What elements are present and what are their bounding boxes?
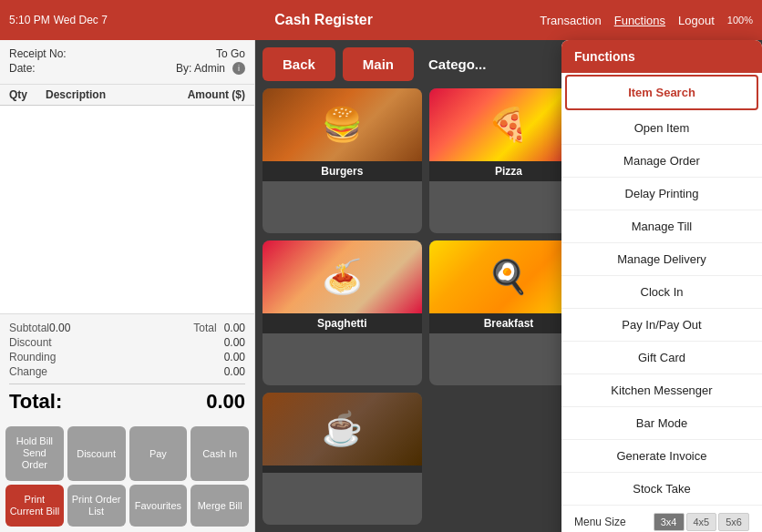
top-nav-right: Transaction Functions Logout 100% xyxy=(540,14,753,27)
back-button[interactable]: Back xyxy=(263,47,335,81)
dropdown-item-bar-mode[interactable]: Bar Mode xyxy=(561,407,762,440)
left-panel: Receipt No: To Go Date: By: Admini Qty D… xyxy=(0,40,255,532)
discount-value: 0.00 xyxy=(224,336,245,349)
to-go-label: To Go xyxy=(216,47,245,60)
dropdown-item-manage-delivery[interactable]: Manage Delivery xyxy=(561,243,762,276)
info-icon: i xyxy=(232,62,245,75)
bottom-row-1: Hold Bill Send Order Discount Pay Cash I… xyxy=(5,426,249,481)
desc-col: Description xyxy=(46,88,106,101)
favourites-button[interactable]: Favourites xyxy=(129,485,188,527)
main-layout: Receipt No: To Go Date: By: Admini Qty D… xyxy=(0,40,762,532)
functions-dropdown: Functions Item Search Open Item Manage O… xyxy=(561,40,762,532)
size-5x6-button[interactable]: 5x6 xyxy=(718,513,749,531)
app-title: Cash Register xyxy=(108,12,540,28)
category-spaghetti[interactable]: 🍝 Spaghetti xyxy=(263,240,422,385)
total-big-label: Total: xyxy=(9,390,62,414)
subtotal-value: 0.00 xyxy=(49,322,70,334)
print-current-bill-button[interactable]: Print Current Bill xyxy=(5,485,64,527)
dropdown-item-delay-printing[interactable]: Delay Printing xyxy=(561,178,762,210)
size-3x4-button[interactable]: 3x4 xyxy=(654,513,685,531)
extra-label xyxy=(263,466,422,473)
dropdown-item-search[interactable]: Item Search xyxy=(565,75,758,110)
time-display: 5:10 PM xyxy=(9,14,50,26)
receipt-info: Receipt No: To Go Date: By: Admini xyxy=(0,40,254,85)
dropdown-item-manage-order[interactable]: Manage Order xyxy=(561,145,762,178)
receipt-items xyxy=(0,106,254,313)
total-big-row: Total: 0.00 xyxy=(9,384,245,414)
dropdown-item-gift-card[interactable]: Gift Card xyxy=(561,342,762,374)
dropdown-item-stock-take[interactable]: Stock Take xyxy=(561,473,762,506)
total-value: 0.00 xyxy=(224,322,245,334)
spaghetti-label: Spaghetti xyxy=(263,313,422,333)
rounding-value: 0.00 xyxy=(224,351,245,363)
receipt-totals: Subtotal 0.00 Total 0.00 Discount 0.00 R… xyxy=(0,313,254,421)
nav-transaction[interactable]: Transaction xyxy=(540,14,601,27)
receipt-header: Qty Description Amount ($) xyxy=(0,85,254,106)
status-bar: 5:10 PM Wed Dec 7 xyxy=(9,14,108,26)
change-label: Change xyxy=(9,365,47,378)
bottom-row-2: Print Current Bill Print Order List Favo… xyxy=(5,485,249,527)
nav-logout[interactable]: Logout xyxy=(678,14,715,27)
extra-image: ☕ xyxy=(263,393,422,466)
menu-size-label: Menu Size xyxy=(574,516,654,528)
dropdown-item-open[interactable]: Open Item xyxy=(561,112,762,145)
left-bottom-buttons: Hold Bill Send Order Discount Pay Cash I… xyxy=(0,421,254,532)
date-display: Wed Dec 7 xyxy=(54,14,108,26)
dropdown-item-pay-in-out[interactable]: Pay In/Pay Out xyxy=(561,309,762,342)
category-burgers[interactable]: 🍔 Burgers xyxy=(263,88,422,233)
size-4x5-button[interactable]: 4x5 xyxy=(686,513,717,531)
burgers-image: 🍔 xyxy=(263,88,422,161)
pay-button[interactable]: Pay xyxy=(129,426,188,481)
discount-label: Discount xyxy=(9,336,52,349)
rounding-label: Rounding xyxy=(9,351,56,363)
nav-functions[interactable]: Functions xyxy=(614,14,665,27)
cash-in-button[interactable]: Cash In xyxy=(190,426,249,481)
category-extra[interactable]: ☕ xyxy=(263,393,422,525)
subtotal-label: Subtotal xyxy=(9,322,49,334)
battery-icon: 100% xyxy=(727,15,753,26)
discount-button[interactable]: Discount xyxy=(67,426,126,481)
print-order-list-button[interactable]: Print Order List xyxy=(67,485,126,527)
dropdown-item-generate-invoice[interactable]: Generate Invoice xyxy=(561,440,762,473)
main-button[interactable]: Main xyxy=(343,47,414,81)
category-label: Catego... xyxy=(428,56,486,72)
hold-bill-button[interactable]: Hold Bill Send Order xyxy=(5,426,64,481)
receipt-no-label: Receipt No: xyxy=(9,47,67,60)
menu-size-group: 3x4 4x5 5x6 xyxy=(654,513,749,531)
dropdown-header: Functions xyxy=(561,40,762,73)
right-panel: Back Main Catego... 🍔 Burgers 🍕 Pizza 🥤 … xyxy=(255,40,762,532)
menu-size-row: Menu Size 3x4 4x5 5x6 xyxy=(561,506,762,532)
total-label: Total xyxy=(193,322,216,334)
date-label: Date: xyxy=(9,62,36,75)
dropdown-item-manage-till[interactable]: Manage Till xyxy=(561,210,762,243)
qty-col: Qty xyxy=(9,88,27,101)
merge-bill-button[interactable]: Merge Bill xyxy=(190,485,249,527)
burgers-label: Burgers xyxy=(263,161,422,181)
dropdown-item-kitchen-messenger[interactable]: Kitchen Messenger xyxy=(561,374,762,407)
dropdown-item-clock-in[interactable]: Clock In xyxy=(561,276,762,309)
total-big-value: 0.00 xyxy=(206,390,245,414)
top-bar: 5:10 PM Wed Dec 7 Cash Register Transact… xyxy=(0,0,762,40)
amount-col: Amount ($) xyxy=(188,88,245,101)
change-value: 0.00 xyxy=(224,365,245,378)
admin-label: By: Admini xyxy=(176,62,245,75)
spaghetti-image: 🍝 xyxy=(263,240,422,313)
